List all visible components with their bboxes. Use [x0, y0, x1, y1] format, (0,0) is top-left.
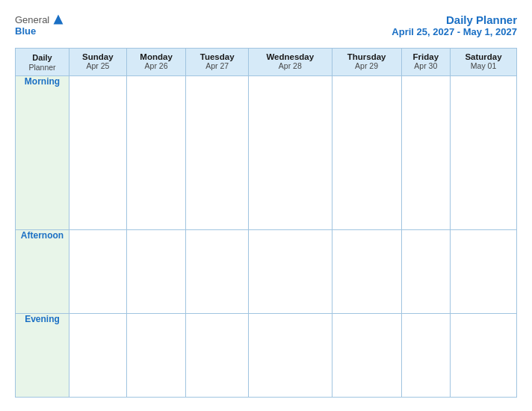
day-name-sunday: Sunday — [72, 52, 124, 61]
day-date-monday: Apr 26 — [129, 61, 184, 70]
cell-morning-thursday[interactable] — [332, 76, 401, 230]
day-name-friday: Friday — [404, 52, 448, 61]
title-area: Daily Planner April 25, 2027 - May 1, 20… — [392, 13, 517, 37]
day-date-thursday: Apr 29 — [335, 61, 399, 70]
label-header-line2: Planner — [18, 63, 66, 72]
cell-evening-thursday[interactable] — [332, 314, 401, 398]
cell-evening-wednesday[interactable] — [248, 314, 332, 398]
page: General Blue Daily Planner April 25, 202… — [0, 0, 532, 411]
logo-icon — [52, 13, 64, 25]
page-title: Daily Planner — [392, 13, 517, 26]
row-evening: Evening — [16, 314, 517, 398]
date-range: April 25, 2027 - May 1, 2027 — [392, 26, 517, 37]
header-col-thursday: ThursdayApr 29 — [332, 49, 401, 76]
label-header-line1: Daily — [18, 52, 66, 63]
cell-morning-wednesday[interactable] — [248, 76, 332, 230]
day-name-saturday: Saturday — [453, 52, 514, 61]
cell-afternoon-sunday[interactable] — [69, 230, 127, 314]
cell-morning-friday[interactable] — [401, 76, 451, 230]
day-date-sunday: Apr 25 — [72, 61, 124, 70]
calendar-table: Daily Planner SundayApr 25MondayApr 26Tu… — [15, 48, 517, 398]
day-name-thursday: Thursday — [335, 52, 399, 61]
table-label-header: Daily Planner — [16, 49, 69, 76]
calendar-header-row: Daily Planner SundayApr 25MondayApr 26Tu… — [16, 49, 517, 76]
cell-evening-saturday[interactable] — [451, 314, 517, 398]
cell-afternoon-wednesday[interactable] — [248, 230, 332, 314]
cell-afternoon-thursday[interactable] — [332, 230, 401, 314]
logo-area: General Blue — [15, 13, 64, 37]
header-col-sunday: SundayApr 25 — [69, 49, 127, 76]
cell-morning-monday[interactable] — [126, 76, 186, 230]
time-label-afternoon: Afternoon — [16, 230, 69, 314]
cell-morning-tuesday[interactable] — [186, 76, 248, 230]
day-date-wednesday: Apr 28 — [251, 61, 330, 70]
cell-afternoon-monday[interactable] — [126, 230, 186, 314]
cell-evening-monday[interactable] — [126, 314, 186, 398]
logo-blue-row: Blue — [15, 25, 36, 37]
cell-morning-saturday[interactable] — [451, 76, 517, 230]
cell-evening-tuesday[interactable] — [186, 314, 248, 398]
header-col-friday: FridayApr 30 — [401, 49, 451, 76]
row-afternoon: Afternoon — [16, 230, 517, 314]
day-name-tuesday: Tuesday — [188, 52, 245, 61]
header: General Blue Daily Planner April 25, 202… — [15, 13, 517, 37]
header-col-tuesday: TuesdayApr 27 — [186, 49, 248, 76]
day-date-saturday: May 01 — [453, 61, 514, 70]
cell-afternoon-tuesday[interactable] — [186, 230, 248, 314]
day-name-monday: Monday — [129, 52, 184, 61]
cell-afternoon-saturday[interactable] — [451, 230, 517, 314]
day-date-tuesday: Apr 27 — [188, 61, 245, 70]
day-name-wednesday: Wednesday — [251, 52, 330, 61]
day-date-friday: Apr 30 — [404, 61, 448, 70]
header-col-saturday: SaturdayMay 01 — [451, 49, 517, 76]
cell-afternoon-friday[interactable] — [401, 230, 451, 314]
header-col-monday: MondayApr 26 — [126, 49, 186, 76]
logo-blue-text: Blue — [15, 25, 36, 37]
row-morning: Morning — [16, 76, 517, 230]
cell-evening-friday[interactable] — [401, 314, 451, 398]
cell-morning-sunday[interactable] — [69, 76, 127, 230]
cell-evening-sunday[interactable] — [69, 314, 127, 398]
time-label-evening: Evening — [16, 314, 69, 398]
header-col-wednesday: WednesdayApr 28 — [248, 49, 332, 76]
time-label-morning: Morning — [16, 76, 69, 230]
logo-general-text: General — [15, 14, 49, 25]
logo-text: General — [15, 13, 64, 25]
svg-marker-0 — [54, 15, 64, 25]
